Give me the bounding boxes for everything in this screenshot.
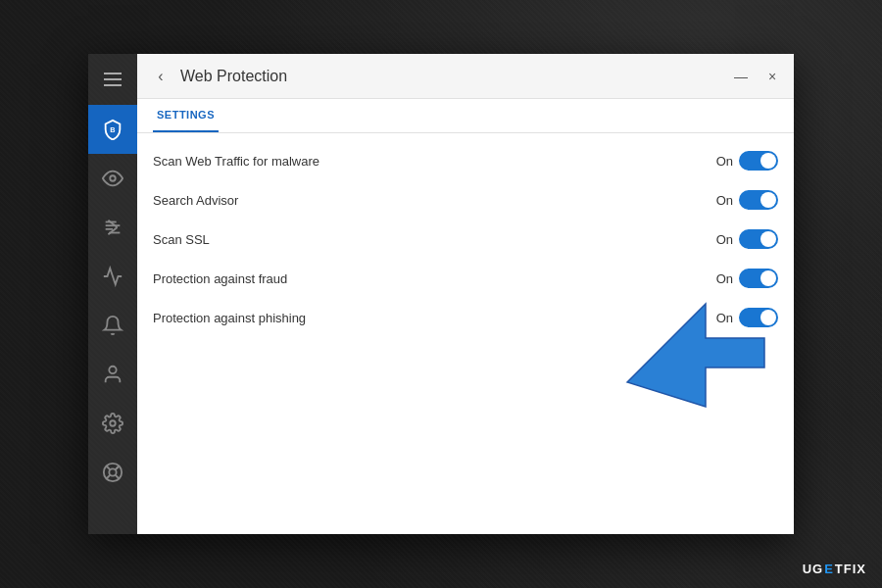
toggle-label-scan-ssl: On: [716, 232, 733, 247]
setting-row-fraud: Protection against fraud On: [137, 259, 794, 298]
toggle-container-phishing: On: [716, 308, 778, 327]
sidebar-item-tools[interactable]: [88, 203, 137, 252]
setting-row-phishing: Protection against phishing On: [137, 298, 794, 337]
settings-list: Scan Web Traffic for malware On Search A…: [137, 133, 794, 534]
main-content: ‹ Web Protection — × SETTINGS Scan Web T…: [137, 54, 794, 534]
tab-bar: SETTINGS: [137, 99, 794, 133]
setting-row-scan-web-traffic: Scan Web Traffic for malware On: [137, 141, 794, 180]
minimize-button[interactable]: —: [731, 67, 751, 86]
sidebar-item-support[interactable]: [88, 448, 137, 497]
setting-label-scan-web-traffic: Scan Web Traffic for malware: [153, 154, 319, 169]
svg-line-10: [107, 466, 111, 470]
toggle-label-scan-web-traffic: On: [716, 154, 733, 169]
window-controls: — ×: [731, 67, 782, 86]
svg-text:B: B: [110, 125, 115, 134]
app-window: B: [88, 54, 794, 534]
watermark-prefix: UG: [803, 562, 824, 576]
setting-row-search-advisor: Search Advisor On: [137, 180, 794, 220]
sidebar-item-user[interactable]: [88, 350, 137, 399]
window-title: Web Protection: [180, 68, 731, 85]
back-button[interactable]: ‹: [149, 65, 172, 88]
svg-point-9: [109, 468, 116, 475]
toggle-container-search-advisor: On: [716, 190, 778, 210]
setting-label-phishing: Protection against phishing: [153, 311, 306, 325]
sidebar-item-shield[interactable]: B: [88, 105, 137, 154]
sidebar-item-bell[interactable]: [88, 301, 137, 350]
close-button[interactable]: ×: [762, 67, 782, 86]
watermark: UGETFIX: [803, 562, 866, 576]
toggle-phishing[interactable]: [739, 308, 778, 327]
watermark-highlight: E: [824, 562, 834, 576]
toggle-label-fraud: On: [716, 271, 733, 286]
svg-line-13: [116, 466, 119, 469]
tab-settings[interactable]: SETTINGS: [153, 99, 219, 132]
sidebar: B: [88, 54, 137, 534]
setting-label-scan-ssl: Scan SSL: [153, 232, 210, 247]
setting-label-fraud: Protection against fraud: [153, 271, 287, 286]
title-bar: ‹ Web Protection — ×: [137, 54, 794, 99]
toggle-search-advisor[interactable]: [739, 190, 778, 210]
toggle-container-fraud: On: [716, 269, 778, 288]
svg-point-1: [110, 175, 116, 181]
sidebar-item-activity[interactable]: [88, 252, 137, 301]
sidebar-item-gear[interactable]: [88, 399, 137, 448]
toggle-container-scan-ssl: On: [716, 229, 778, 249]
watermark-suffix: TFIX: [835, 562, 866, 576]
toggle-label-search-advisor: On: [716, 193, 733, 208]
setting-row-scan-ssl: Scan SSL On: [137, 220, 794, 259]
setting-label-search-advisor: Search Advisor: [153, 193, 238, 208]
svg-point-7: [110, 420, 116, 426]
menu-button[interactable]: [95, 62, 130, 97]
toggle-container-scan-web-traffic: On: [716, 151, 778, 171]
svg-line-11: [116, 475, 120, 479]
toggle-label-phishing: On: [716, 311, 733, 325]
toggle-scan-ssl[interactable]: [739, 229, 778, 249]
sidebar-item-eye[interactable]: [88, 154, 137, 203]
svg-line-14: [107, 475, 111, 479]
toggle-fraud[interactable]: [739, 269, 778, 288]
svg-point-6: [109, 367, 116, 373]
toggle-scan-web-traffic[interactable]: [739, 151, 778, 171]
